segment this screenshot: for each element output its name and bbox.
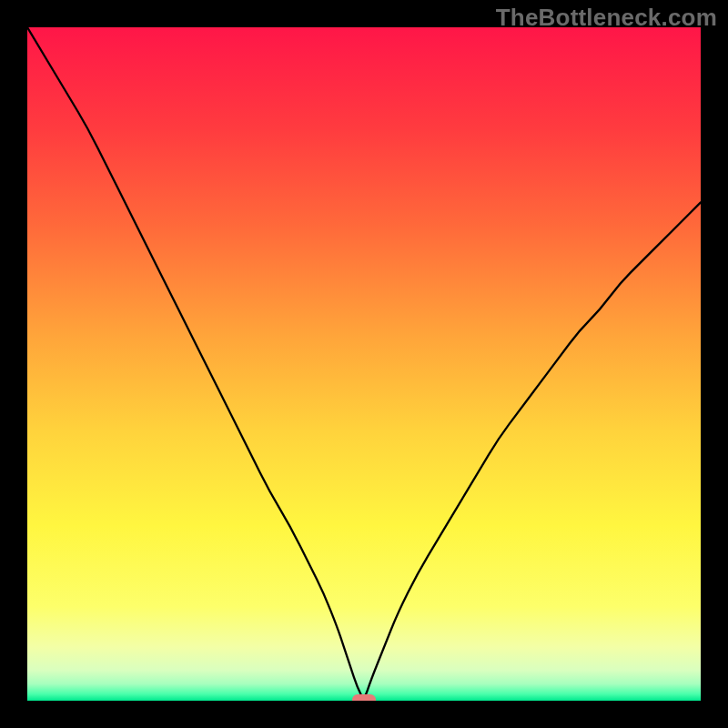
chart-background <box>27 27 701 701</box>
chart-svg <box>27 27 701 701</box>
optimal-point-marker <box>352 694 376 701</box>
chart-plot-area <box>27 27 701 701</box>
outer-frame: TheBottleneck.com <box>0 0 728 728</box>
